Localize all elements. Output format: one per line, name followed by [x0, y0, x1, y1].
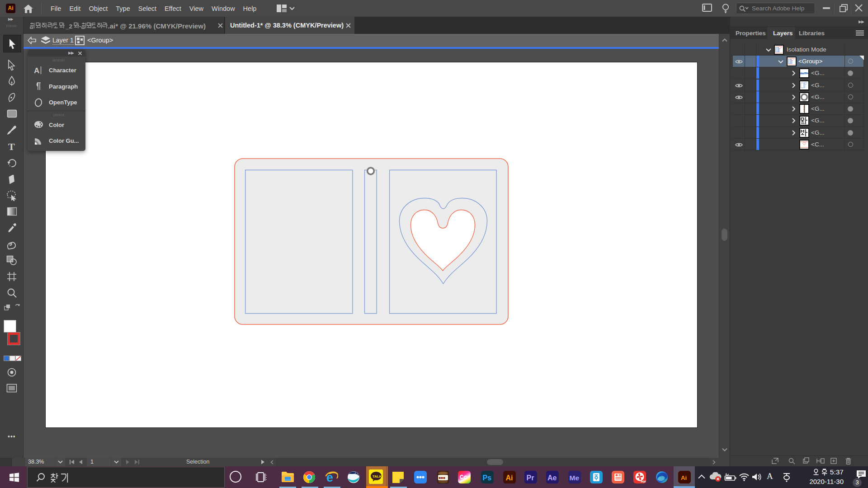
svg-text:Ps: Ps: [483, 474, 492, 482]
svg-text:Ai: Ai: [506, 474, 513, 482]
svg-text:Me: Me: [570, 474, 580, 482]
svg-text:Ae: Ae: [547, 474, 557, 482]
svg-text:-: -: [79, 23, 81, 30]
svg-text:.ai* @ 21.96% (CMYK/Preview): .ai* @ 21.96% (CMYK/Preview): [108, 23, 206, 30]
svg-text:TALK: TALK: [372, 474, 382, 479]
svg-text:Ai: Ai: [681, 474, 687, 481]
svg-text:A: A: [34, 66, 39, 75]
svg-text:T: T: [8, 141, 15, 151]
svg-text:■■■: ■■■: [439, 476, 446, 480]
svg-text:Pr: Pr: [527, 474, 534, 482]
svg-text:_2: _2: [65, 23, 72, 30]
svg-text:PDF: PDF: [641, 480, 646, 483]
